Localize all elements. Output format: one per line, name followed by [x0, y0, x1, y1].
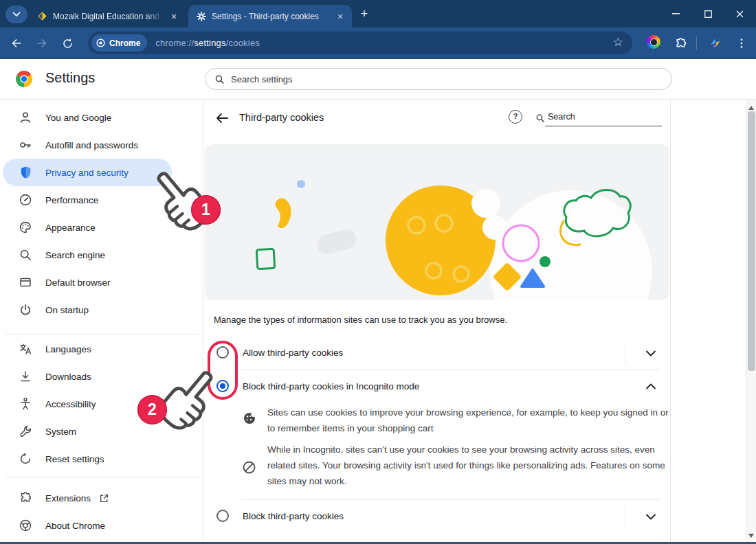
- shield-icon: [18, 166, 33, 179]
- chrome-logo-icon: [15, 70, 33, 88]
- maximize-button[interactable]: [694, 4, 722, 23]
- search-icon: [18, 248, 33, 262]
- url-host: settings: [194, 38, 225, 48]
- browser-window-icon: [18, 275, 33, 289]
- tab-mozaik[interactable]: Mozaik Digital Education and Le ×: [29, 5, 186, 27]
- chrome-url-chip[interactable]: Chrome: [91, 34, 147, 52]
- chevron-up-icon[interactable]: [644, 380, 658, 394]
- detail-text: Sites can use cookies to improve your br…: [267, 405, 671, 436]
- palette-icon: [18, 220, 33, 234]
- sidebar-item-default-browser[interactable]: Default browser: [3, 269, 172, 296]
- scroll-up-arrow-icon[interactable]: [748, 103, 754, 110]
- person-icon: [18, 111, 33, 124]
- search-icon: [535, 113, 545, 123]
- wrench-icon: [18, 424, 33, 438]
- sidebar-item-autofill[interactable]: Autofill and passwords: [3, 131, 172, 159]
- chevron-down-icon[interactable]: [644, 346, 658, 360]
- search-icon: [214, 74, 225, 84]
- blocked-icon: [243, 461, 256, 474]
- close-tab-icon[interactable]: ×: [168, 10, 180, 23]
- new-tab-button[interactable]: +: [356, 6, 373, 23]
- help-icon[interactable]: ?: [509, 110, 522, 124]
- url-path: /cookies: [226, 38, 260, 48]
- step-2-badge: 2: [137, 395, 167, 424]
- tab-title: Settings - Third-party cookies: [212, 12, 329, 21]
- download-icon: [18, 370, 33, 383]
- chevron-down-icon: [12, 12, 21, 17]
- minimize-button[interactable]: [662, 4, 689, 23]
- extensions-puzzle-icon[interactable]: [672, 35, 689, 52]
- sidebar-divider: [5, 477, 198, 477]
- option-block-incognito[interactable]: Block third-party cookies in Incognito m…: [203, 370, 670, 403]
- tab-strip: Mozaik Digital Education and Le × Settin…: [0, 0, 756, 27]
- translate-icon: [18, 342, 33, 356]
- option-allow-third-party-cookies[interactable]: Allow third-party cookies: [203, 337, 670, 369]
- gear-favicon: [197, 12, 206, 21]
- chrome-mono-icon: [96, 38, 105, 47]
- row-divider: [625, 342, 625, 364]
- reset-icon: [18, 452, 33, 466]
- radio-unselected[interactable]: [216, 510, 229, 522]
- scrollbar-thumb[interactable]: [748, 111, 755, 371]
- key-icon: [18, 138, 33, 152]
- reload-button[interactable]: [59, 35, 76, 52]
- puzzle-icon: [18, 491, 33, 505]
- pinned-extension-icon[interactable]: [707, 35, 723, 52]
- browser-toolbar: Chrome chrome://settings/cookies ☆ ⋮: [0, 27, 756, 59]
- tab-search-button[interactable]: [5, 5, 27, 23]
- step-1-badge: 1: [191, 195, 221, 225]
- address-bar[interactable]: Chrome chrome://settings/cookies: [88, 32, 632, 54]
- settings-header: Settings Search settings: [0, 59, 756, 100]
- back-arrow-button[interactable]: [215, 111, 229, 125]
- bookmark-star-icon[interactable]: ☆: [609, 34, 627, 52]
- cookie-icon: [243, 412, 256, 424]
- scroll-down-arrow-icon[interactable]: [748, 534, 754, 541]
- external-link-icon: [99, 493, 109, 503]
- power-icon: [18, 303, 33, 317]
- sidebar-item-downloads[interactable]: Downloads: [3, 363, 172, 390]
- chrome-logo-icon: [18, 519, 33, 532]
- option-block-third-party-cookies[interactable]: Block third-party cookies: [203, 500, 670, 532]
- sidebar-item-privacy-and-security[interactable]: Privacy and security: [3, 159, 172, 186]
- tab-title: Mozaik Digital Education and Le: [53, 12, 162, 21]
- menu-kebab-icon[interactable]: ⋮: [734, 34, 749, 52]
- scrollbar[interactable]: [746, 100, 756, 544]
- page-title: Settings: [45, 70, 95, 86]
- back-button[interactable]: [8, 35, 25, 52]
- cookie-illustration-banner: [205, 144, 669, 300]
- subpage-search-underline: [545, 126, 662, 126]
- sidebar-item-on-startup[interactable]: On startup: [3, 296, 172, 324]
- sidebar-item-about-chrome[interactable]: About Chrome: [3, 512, 172, 539]
- url-scheme: chrome://: [155, 38, 194, 48]
- subpage-title: Third-party cookies: [239, 112, 324, 123]
- sidebar-item-reset-settings[interactable]: Reset settings: [3, 445, 172, 473]
- third-party-cookies-panel: Third-party cookies ? Search: [203, 100, 671, 544]
- sidebar-item-languages[interactable]: Languages: [3, 335, 172, 363]
- search-settings-placeholder: Search settings: [231, 74, 293, 84]
- subpage-search-input[interactable]: Search: [548, 112, 575, 122]
- forward-button[interactable]: [34, 35, 50, 52]
- row-divider: [625, 506, 625, 528]
- accessibility-icon: [18, 397, 33, 411]
- speedometer-icon: [18, 193, 33, 207]
- detail-text: While in Incognito, sites can't use your…: [267, 442, 667, 489]
- chip-label: Chrome: [109, 38, 140, 48]
- sidebar-item-appearance[interactable]: Appearance: [3, 214, 172, 241]
- tab-settings-active[interactable]: Settings - Third-party cookies ×: [188, 5, 352, 27]
- sidebar-item-you-and-google[interactable]: You and Google: [3, 104, 172, 131]
- close-window-button[interactable]: [726, 4, 753, 23]
- close-tab-icon[interactable]: ×: [334, 10, 346, 23]
- toolbar-divider: [696, 36, 697, 50]
- sidebar-divider: [5, 334, 198, 335]
- url-text: chrome://settings/cookies: [155, 38, 260, 48]
- search-settings-input[interactable]: Search settings: [205, 68, 672, 90]
- intro-text: Manage the types of information sites ca…: [214, 315, 507, 325]
- sidebar-item-extensions[interactable]: Extensions: [3, 484, 172, 512]
- lens-extension-icon[interactable]: [647, 35, 660, 49]
- browser-window: Mozaik Digital Education and Le × Settin…: [0, 0, 756, 544]
- mozaik-favicon: [37, 11, 47, 21]
- sidebar-item-search-engine[interactable]: Search engine: [3, 241, 172, 269]
- cookie-illustration: [205, 144, 669, 300]
- chevron-down-icon[interactable]: [644, 510, 658, 523]
